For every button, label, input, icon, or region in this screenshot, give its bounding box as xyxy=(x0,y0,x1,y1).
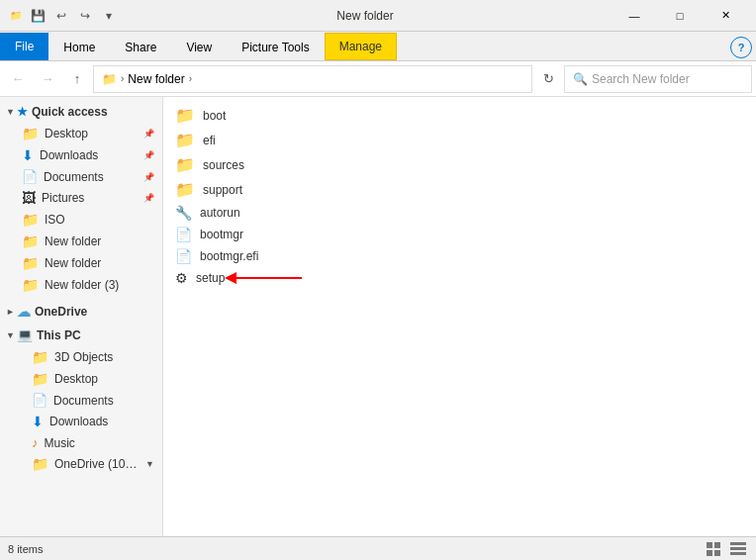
tab-manage[interactable]: Manage xyxy=(325,33,397,60)
sidebar-onedrive-header[interactable]: ► ☁ OneDrive xyxy=(0,300,162,324)
sidebar-item-label: Documents xyxy=(44,170,104,184)
sidebar-item-label: ISO xyxy=(45,213,65,227)
svg-rect-3 xyxy=(714,542,720,548)
file-name: sources xyxy=(203,158,244,172)
downloads-icon: ⬇ xyxy=(22,147,34,163)
svg-rect-8 xyxy=(730,552,746,555)
pin-icon: 📌 xyxy=(143,172,154,182)
file-icon: 📄 xyxy=(175,248,192,264)
computer-icon: 💻 xyxy=(17,327,33,342)
tab-home[interactable]: Home xyxy=(48,35,110,60)
documents-icon: 📄 xyxy=(32,393,47,408)
up-button[interactable]: ↑ xyxy=(63,65,91,93)
sidebar-item-label: 3D Objects xyxy=(54,350,113,364)
details-view-button[interactable] xyxy=(728,539,748,559)
file-list: 📁 boot 📁 efi 📁 sources 📁 support 🔧 autor… xyxy=(163,97,756,536)
breadcrumb-folder: New folder xyxy=(128,72,184,86)
file-item-boot[interactable]: 📁 boot xyxy=(163,103,756,128)
sidebar-item-label: Downloads xyxy=(40,148,98,162)
sidebar-item-desktop-pc[interactable]: 📁 Desktop xyxy=(0,368,162,390)
tab-view[interactable]: View xyxy=(171,35,227,60)
sidebar-item-label: Documents xyxy=(53,394,114,408)
file-item-autorun[interactable]: 🔧 autorun xyxy=(163,202,756,224)
file-name: setup xyxy=(196,271,225,285)
forward-button[interactable]: → xyxy=(34,65,61,93)
tab-picture-tools[interactable]: Picture Tools xyxy=(227,35,324,60)
list-view-icon xyxy=(730,542,746,556)
folder-icon: 📁 xyxy=(175,180,195,199)
title-bar: 📁 💾 ↩ ↪ ▾ New folder — □ ✕ xyxy=(0,0,756,32)
undo-icon[interactable]: ↩ xyxy=(51,6,71,26)
svg-rect-4 xyxy=(707,550,712,556)
window-controls: — □ ✕ xyxy=(612,0,748,32)
file-item-efi[interactable]: 📁 efi xyxy=(163,128,756,152)
svg-rect-5 xyxy=(714,550,720,556)
tab-share[interactable]: Share xyxy=(110,35,171,60)
file-item-setup[interactable]: ⚙ setup xyxy=(163,267,756,289)
sidebar-item-downloads-pc[interactable]: ⬇ Downloads xyxy=(0,411,162,432)
sidebar-item-documents[interactable]: 📄 Documents 📌 xyxy=(0,166,162,187)
sidebar-item-label: Desktop xyxy=(45,127,88,140)
breadcrumb[interactable]: 📁 › New folder › xyxy=(93,65,532,93)
sidebar-item-onedrive-pc[interactable]: 📁 OneDrive (10.0.0... ▼ xyxy=(0,453,162,475)
thispc-label: This PC xyxy=(37,328,81,342)
status-bar: 8 items xyxy=(0,536,756,560)
setup-icon: ⚙ xyxy=(175,270,188,286)
file-item-support[interactable]: 📁 support xyxy=(163,177,756,202)
file-name: autorun xyxy=(200,206,240,220)
sidebar-item-label: New folder xyxy=(45,256,101,270)
file-item-bootmgr[interactable]: 📄 bootmgr xyxy=(163,224,756,245)
redo-icon[interactable]: ↪ xyxy=(75,6,95,26)
sidebar-item-newfolder3[interactable]: 📁 New folder (3) xyxy=(0,274,162,296)
tab-file[interactable]: File xyxy=(0,33,48,60)
ribbon-tabs: File Home Share View Picture Tools Manag… xyxy=(0,32,756,61)
quick-access-label: Quick access xyxy=(32,105,108,119)
address-bar: ← → ↑ 📁 › New folder › ↻ 🔍 Search New fo… xyxy=(0,61,756,97)
sidebar-item-downloads[interactable]: ⬇ Downloads 📌 xyxy=(0,144,162,166)
main-content: ▼ ★ Quick access 📁 Desktop 📌 ⬇ Downloads… xyxy=(0,97,756,536)
sidebar-item-pictures[interactable]: 🖼 Pictures 📌 xyxy=(0,187,162,209)
folder-blue-icon: 📁 xyxy=(32,349,48,365)
folder-blue-icon: 📁 xyxy=(32,371,48,387)
sidebar-quick-access-header[interactable]: ▼ ★ Quick access xyxy=(0,101,162,123)
folder-yellow-icon: 📁 xyxy=(22,212,39,228)
refresh-button[interactable]: ↻ xyxy=(534,65,562,93)
sidebar-item-iso[interactable]: 📁 ISO xyxy=(0,209,162,231)
app-icon: 📁 xyxy=(8,8,24,24)
help-button[interactable]: ? xyxy=(730,37,752,58)
pin-icon: 📌 xyxy=(143,150,154,160)
folder-icon: 📁 xyxy=(175,155,195,174)
back-button[interactable]: ← xyxy=(4,65,32,93)
minimize-button[interactable]: — xyxy=(612,0,657,32)
sidebar-item-newfolder1[interactable]: 📁 New folder xyxy=(0,231,162,252)
sidebar-item-newfolder2[interactable]: 📁 New folder xyxy=(0,252,162,274)
file-icon: 🔧 xyxy=(175,205,192,221)
sidebar-item-documents-pc[interactable]: 📄 Documents xyxy=(0,390,162,411)
sidebar-item-desktop[interactable]: 📁 Desktop 📌 xyxy=(0,123,162,144)
svg-rect-6 xyxy=(730,542,746,545)
sidebar-item-label: Downloads xyxy=(49,415,108,428)
svg-rect-7 xyxy=(730,547,746,550)
qat-dropdown-icon[interactable]: ▾ xyxy=(99,6,119,26)
sidebar-item-music-pc[interactable]: ♪ Music xyxy=(0,432,162,453)
quick-save-icon[interactable]: 💾 xyxy=(28,6,47,26)
large-icons-view-button[interactable] xyxy=(705,539,724,559)
grid-view-icon xyxy=(707,542,722,556)
music-icon: ♪ xyxy=(32,435,39,450)
sidebar-item-3dobjects[interactable]: 📁 3D Objects xyxy=(0,346,162,368)
sidebar-thispc-header[interactable]: ▼ 💻 This PC xyxy=(0,324,162,346)
folder-icon: 📁 xyxy=(175,106,195,125)
folder-yellow-icon: 📁 xyxy=(22,233,39,249)
window-title: New folder xyxy=(119,9,612,23)
maximize-button[interactable]: □ xyxy=(657,0,703,32)
file-item-sources[interactable]: 📁 sources xyxy=(163,152,756,177)
title-icons: 📁 💾 ↩ ↪ ▾ xyxy=(8,6,119,26)
file-icon: 📄 xyxy=(175,227,192,242)
search-box[interactable]: 🔍 Search New folder xyxy=(564,65,752,93)
sidebar-item-label: Desktop xyxy=(54,372,98,386)
svg-rect-2 xyxy=(707,542,712,548)
close-button[interactable]: ✕ xyxy=(703,0,748,32)
downloads-icon: ⬇ xyxy=(32,414,44,429)
file-item-bootmgr-efi[interactable]: 📄 bootmgr.efi xyxy=(163,245,756,267)
search-placeholder: Search New folder xyxy=(592,72,690,86)
